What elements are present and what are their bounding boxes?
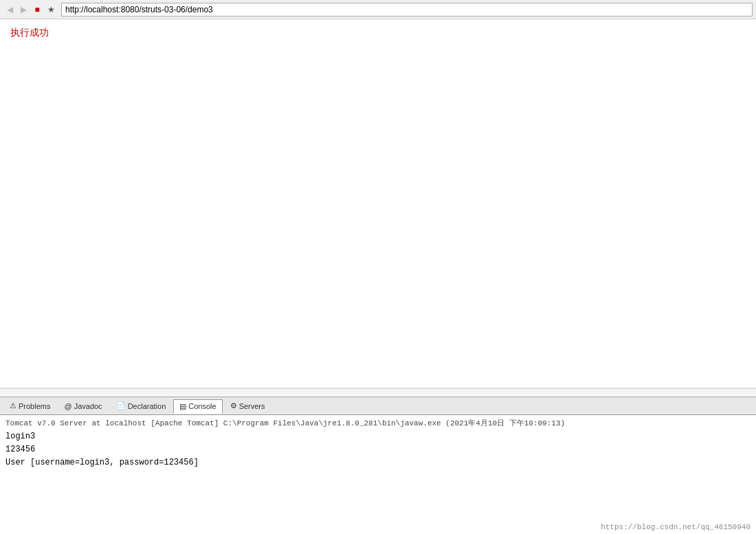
javadoc-icon: @ [64, 402, 71, 410]
browser-content: 执行成功 [0, 19, 756, 388]
problems-icon: ⚠ [10, 401, 16, 410]
tab-declaration[interactable]: 📄 Declaration [110, 399, 173, 413]
console-header: Tomcat v7.0 Server at localhost [Apache … [5, 418, 751, 428]
console-line-1: 123456 [5, 443, 751, 456]
console-content: Tomcat v7.0 Server at localhost [Apache … [0, 415, 756, 534]
back-button[interactable]: ◀ [3, 3, 16, 16]
bottom-panel: ⚠ Problems @ Javadoc 📄 Declaration ▤ Con… [0, 397, 756, 534]
tab-problems[interactable]: ⚠ Problems [3, 399, 56, 413]
console-icon: ▤ [179, 402, 186, 411]
bookmark-button[interactable]: ★ [45, 3, 57, 16]
page-result-text: 执行成功 [10, 27, 49, 38]
declaration-icon: 📄 [116, 401, 126, 410]
tab-problems-label: Problems [19, 402, 50, 410]
tab-servers[interactable]: ⚙ Servers [224, 399, 271, 413]
servers-icon: ⚙ [230, 401, 237, 410]
tab-declaration-label: Declaration [128, 402, 166, 410]
horizontal-scrollbar[interactable] [0, 388, 756, 397]
tab-javadoc[interactable]: @ Javadoc [58, 399, 108, 413]
console-line-2: User [username=login3, password=123456] [5, 456, 751, 469]
tab-console-label: Console [188, 402, 216, 410]
watermark: https://blog.csdn.net/qq_46150940 [601, 523, 751, 531]
tab-servers-label: Servers [239, 402, 265, 410]
tab-console[interactable]: ▤ Console [173, 399, 222, 414]
tab-bar: ⚠ Problems @ Javadoc 📄 Declaration ▤ Con… [0, 397, 756, 415]
browser-toolbar: ◀ ▶ ■ ★ [0, 0, 756, 19]
forward-button[interactable]: ▶ [17, 3, 30, 16]
stop-button[interactable]: ■ [31, 3, 43, 16]
console-line-0: login3 [5, 430, 751, 443]
url-bar[interactable] [61, 3, 753, 16]
tab-javadoc-label: Javadoc [74, 402, 102, 410]
